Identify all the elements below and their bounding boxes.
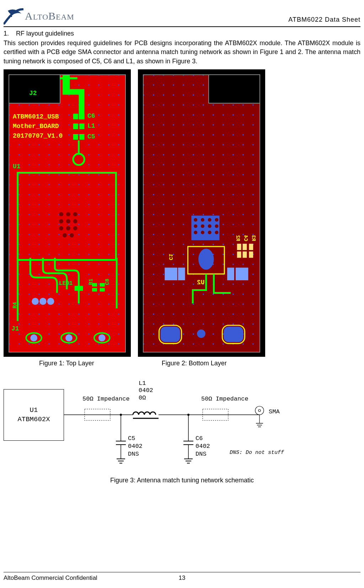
svg-rect-3 bbox=[60, 77, 77, 79]
silk-l1: L1 bbox=[87, 121, 95, 131]
svg-point-80 bbox=[120, 414, 122, 416]
svg-rect-61 bbox=[249, 244, 253, 250]
figure-3-schematic: U1 ATBM602X bbox=[4, 375, 288, 475]
svg-point-1 bbox=[11, 16, 12, 17]
svg-point-12 bbox=[47, 298, 54, 305]
svg-rect-57 bbox=[237, 244, 241, 250]
svg-point-89 bbox=[255, 406, 264, 415]
section-heading: 1. RF layout guidelines bbox=[4, 29, 360, 38]
svg-point-15 bbox=[59, 212, 63, 216]
svg-point-20 bbox=[73, 219, 77, 223]
svg-rect-10 bbox=[18, 173, 116, 260]
svg-point-90 bbox=[258, 409, 261, 412]
document-title: ATBM6022 Data Sheet bbox=[288, 15, 360, 25]
svg-point-14 bbox=[32, 298, 39, 305]
silk-c1: C1 bbox=[166, 254, 175, 260]
svg-rect-62 bbox=[249, 251, 253, 258]
c6-label: C6 0402 DNS bbox=[196, 435, 210, 458]
dns-note: DNS: Do not stuff bbox=[230, 449, 284, 456]
svg-point-43 bbox=[194, 224, 197, 228]
svg-point-65 bbox=[197, 329, 205, 338]
svg-point-13 bbox=[39, 298, 47, 305]
footer-confidential: AltoBeam Commercial Confidential bbox=[4, 574, 97, 582]
figure-1-caption: Figure 1: Top Layer bbox=[39, 359, 94, 368]
svg-point-16 bbox=[66, 212, 70, 216]
sma-label: SMA bbox=[269, 408, 280, 416]
silk-j2: J2 bbox=[29, 89, 37, 98]
silk-c5: C5 bbox=[87, 132, 95, 142]
svg-point-21 bbox=[59, 226, 63, 231]
svg-point-17 bbox=[73, 212, 77, 216]
svg-point-46 bbox=[215, 224, 219, 228]
svg-point-47 bbox=[194, 231, 197, 234]
svg-rect-64 bbox=[224, 327, 243, 342]
figure-1-pcb-top: J2 ATBM6012_USB Mother_BOARD 20170707_V1… bbox=[4, 69, 131, 357]
svg-point-25 bbox=[70, 233, 74, 237]
svg-rect-54 bbox=[178, 267, 185, 280]
svg-point-48 bbox=[201, 231, 204, 234]
svg-point-50 bbox=[215, 231, 219, 234]
svg-rect-33 bbox=[80, 286, 83, 291]
svg-point-24 bbox=[63, 233, 67, 237]
silk-u1: U1 bbox=[13, 162, 21, 171]
figure-2-caption: Figure 2: Bottom Layer bbox=[162, 359, 227, 368]
svg-point-39 bbox=[194, 218, 197, 222]
svg-point-11 bbox=[73, 154, 85, 165]
silk-c4: C4 bbox=[242, 235, 249, 241]
svg-point-52 bbox=[198, 249, 214, 270]
svg-rect-56 bbox=[236, 267, 248, 280]
silk-c8: C8 bbox=[104, 279, 112, 285]
silk-r4: R4 bbox=[11, 302, 20, 308]
section-paragraph: This section provides required guideline… bbox=[4, 39, 360, 66]
silk-u2: U2 bbox=[197, 278, 205, 287]
svg-rect-5 bbox=[80, 113, 85, 119]
company-logo: ALTOBEAM bbox=[4, 7, 74, 25]
svg-rect-53 bbox=[165, 267, 177, 280]
svg-rect-58 bbox=[243, 244, 247, 250]
svg-rect-8 bbox=[73, 134, 78, 140]
svg-point-41 bbox=[208, 218, 212, 222]
svg-point-45 bbox=[208, 224, 212, 228]
svg-point-0 bbox=[9, 17, 10, 18]
svg-rect-9 bbox=[80, 134, 85, 140]
figure-2-pcb-bottom: U2 C1 R2 C4 R3 bbox=[138, 69, 265, 357]
svg-rect-4 bbox=[73, 113, 78, 119]
svg-rect-60 bbox=[243, 251, 247, 258]
svg-point-18 bbox=[59, 219, 63, 223]
c5-label: C5 0402 DNS bbox=[128, 435, 143, 458]
svg-rect-37 bbox=[100, 288, 105, 291]
svg-rect-6 bbox=[73, 123, 78, 129]
svg-point-27 bbox=[30, 334, 37, 341]
page-number: 13 bbox=[179, 574, 186, 582]
silk-j1: J1 bbox=[11, 324, 19, 334]
page-footer: AltoBeam Commercial Confidential 13 bbox=[4, 572, 360, 582]
silk-led1: LED1 bbox=[59, 279, 73, 288]
svg-point-29 bbox=[65, 334, 73, 341]
svg-point-2 bbox=[6, 19, 8, 21]
company-name: ALTOBEAM bbox=[25, 9, 74, 23]
svg-rect-32 bbox=[75, 286, 78, 291]
svg-rect-55 bbox=[227, 267, 234, 280]
svg-point-44 bbox=[201, 224, 204, 228]
l1-label: L1 0402 0Ω bbox=[139, 380, 153, 402]
svg-rect-35 bbox=[92, 288, 97, 291]
svg-point-19 bbox=[66, 219, 70, 223]
section-title: RF layout guidelines bbox=[16, 30, 74, 37]
page-header: ALTOBEAM ATBM6022 Data Sheet bbox=[4, 7, 360, 27]
svg-point-49 bbox=[208, 231, 212, 234]
svg-point-31 bbox=[98, 334, 106, 341]
svg-rect-59 bbox=[237, 251, 241, 258]
svg-rect-7 bbox=[80, 123, 85, 129]
svg-point-40 bbox=[201, 218, 204, 222]
silk-board-id: ATBM6012_USB Mother_BOARD 20170707_V1.0 bbox=[13, 112, 63, 141]
silk-r3: R3 bbox=[250, 235, 257, 241]
silk-r2: R2 bbox=[234, 235, 241, 241]
silk-c6: C6 bbox=[87, 111, 95, 121]
silk-r1: R1 bbox=[87, 279, 96, 285]
svg-point-88 bbox=[187, 414, 189, 416]
logo-swoosh-icon bbox=[4, 7, 23, 25]
svg-point-22 bbox=[66, 226, 70, 231]
impedance-right-label: 50Ω Impedance bbox=[201, 395, 248, 403]
section-number: 1. bbox=[4, 29, 14, 38]
svg-rect-63 bbox=[160, 327, 180, 342]
